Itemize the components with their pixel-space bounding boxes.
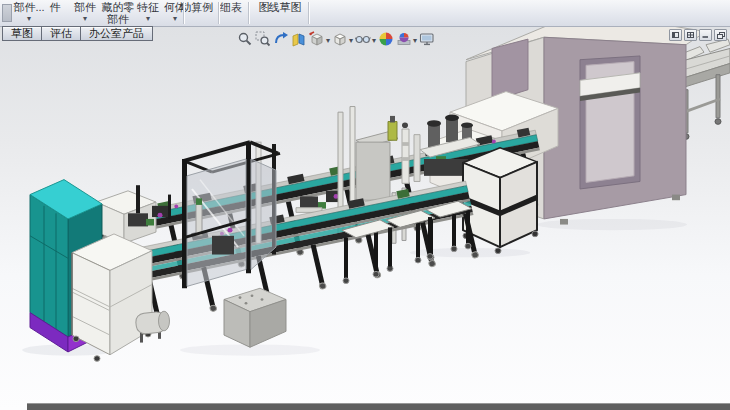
toolbar-item-explode-line-sketch[interactable]: 线草图 (269, 1, 302, 13)
toolbar-separator (248, 2, 249, 24)
heads-up-view-toolbar: ▾ ▾ ▾ ▾ (236, 30, 436, 48)
dropdown-arrow-icon[interactable]: ▾ (137, 14, 159, 24)
zoom-to-fit-icon[interactable] (237, 31, 253, 47)
dropdown-arrow-icon[interactable]: ▾ (74, 14, 96, 24)
window-previous-icon[interactable] (669, 29, 682, 41)
toolbar-separator (183, 2, 184, 24)
toolbar-item-show-hidden-components[interactable]: 藏的零 部件 (102, 1, 135, 25)
window-tile-icon[interactable] (684, 29, 697, 41)
view-settings-icon[interactable] (419, 31, 435, 47)
model-control-cabinet[interactable] (463, 148, 538, 254)
toolbar-item-component-pattern[interactable]: 部件 ▾ (74, 1, 96, 24)
model-floor-box[interactable] (224, 288, 286, 347)
section-view-icon[interactable] (291, 31, 307, 47)
tab-office-products[interactable]: 办公室产品 (80, 26, 153, 41)
hide-show-items-icon[interactable] (355, 31, 371, 47)
dropdown-arrow-icon[interactable]: ▾ (413, 36, 417, 45)
toolbar-item-motion-study[interactable]: 动算例 (181, 1, 214, 13)
command-manager-tabs: 草图 评估 办公室产品 (2, 26, 152, 41)
bottom-scrollbar[interactable] (27, 403, 730, 410)
apply-scene-icon[interactable] (396, 31, 412, 47)
command-manager-toolbar: 部件... ▾ 件 部件 ▾ 藏的零 部件 特征 ▾ 何体 ▾ 动算例 细表 图… (0, 0, 730, 27)
toolbar-separator (218, 2, 219, 24)
window-minimize-icon[interactable] (699, 29, 712, 41)
toolbar-item-mate[interactable]: 件 (50, 1, 61, 13)
toolbar-item-insert-components[interactable]: 部件... ▾ (13, 1, 44, 24)
model-tank[interactable] (135, 311, 170, 342)
display-style-icon[interactable] (332, 31, 348, 47)
view-orientation-icon[interactable] (309, 31, 325, 47)
tab-evaluate[interactable]: 评估 (41, 26, 81, 41)
zoom-to-area-icon[interactable] (255, 31, 271, 47)
dropdown-arrow-icon[interactable]: ▾ (372, 36, 376, 45)
window-restore-icon[interactable] (714, 29, 727, 41)
toolbar-separator (308, 2, 309, 24)
toolbar-item-bill-of-materials[interactable]: 细表 (220, 1, 242, 13)
document-window-controls (669, 29, 727, 41)
model-safety-cage[interactable] (182, 142, 280, 288)
model-viewport-canvas[interactable] (0, 26, 730, 410)
dropdown-arrow-icon[interactable]: ▾ (13, 14, 44, 24)
dropdown-arrow-icon[interactable]: ▾ (326, 36, 330, 45)
tab-sketch[interactable]: 草图 (2, 26, 42, 41)
toolbar-cut-icon (2, 4, 12, 22)
toolbar-item-assembly-features[interactable]: 特征 ▾ (137, 1, 159, 24)
previous-view-icon[interactable] (273, 31, 289, 47)
dropdown-arrow-icon[interactable]: ▾ (349, 36, 353, 45)
edit-appearance-icon[interactable] (378, 31, 394, 47)
